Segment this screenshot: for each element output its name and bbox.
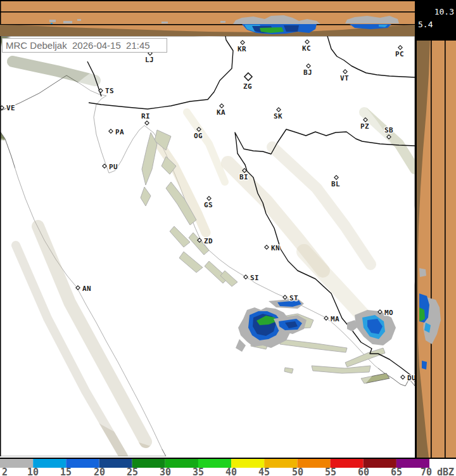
- scale-unit-label: dBZ: [437, 466, 454, 476]
- radar-application-window: 10.3 5.4: [0, 0, 456, 476]
- svg-text:45: 45: [258, 466, 270, 476]
- svg-text:60: 60: [358, 466, 369, 476]
- upper-altitude-value: 10.3: [434, 7, 454, 16]
- reflectivity-scale-bar: 2 10 15 20 25 30 35 40 45 50 55 60 65 70…: [0, 458, 456, 476]
- svg-text:ZG: ZG: [243, 82, 252, 91]
- top-cross-section-panel: [0, 0, 415, 36]
- svg-text:PZ: PZ: [360, 122, 369, 131]
- svg-text:VT: VT: [340, 74, 349, 82]
- svg-text:15: 15: [60, 466, 72, 476]
- right-range-line: [445, 41, 446, 458]
- title-bar: MRC Debeljak 2026-04-15 21:45: [2, 38, 167, 53]
- radar-map: VE TS LJ KR KC PC ZG BJ VT KA SK PZ SB R…: [0, 36, 415, 456]
- svg-text:ST: ST: [289, 294, 298, 302]
- reflectivity-scale: 2 10 15 20 25 30 35 40 45 50 55 60 65 70…: [0, 458, 456, 476]
- right-cross-section-panel: [415, 36, 456, 458]
- svg-text:BI: BI: [239, 173, 248, 181]
- radar-map-canvas: VE TS LJ KR KC PC ZG BJ VT KA SK PZ SB R…: [0, 36, 415, 456]
- svg-text:25: 25: [127, 466, 138, 476]
- svg-text:OG: OG: [194, 132, 203, 140]
- svg-text:LJ: LJ: [145, 56, 154, 64]
- svg-text:ZD: ZD: [204, 237, 213, 245]
- svg-text:10: 10: [27, 466, 39, 476]
- svg-text:MA: MA: [331, 315, 339, 323]
- svg-text:30: 30: [160, 466, 171, 476]
- svg-text:PU: PU: [109, 163, 118, 171]
- svg-text:50: 50: [292, 466, 303, 476]
- radar-range-circle: [0, 36, 415, 454]
- svg-text:70: 70: [421, 466, 432, 476]
- altitude-info-box: 10.3 5.4: [415, 0, 456, 36]
- svg-text:TS: TS: [105, 87, 114, 95]
- svg-text:RI: RI: [141, 112, 150, 120]
- top-cross-section-plot: [0, 0, 415, 36]
- svg-text:KA: KA: [217, 108, 225, 117]
- right-cross-section-plot: [415, 36, 456, 458]
- svg-text:KR: KR: [238, 45, 246, 53]
- svg-text:SK: SK: [274, 112, 282, 120]
- svg-text:20: 20: [94, 466, 105, 476]
- svg-text:KC: KC: [302, 44, 311, 53]
- svg-text:BL: BL: [331, 180, 340, 188]
- svg-text:DU: DU: [407, 374, 415, 382]
- scale-labels: 2 10 15 20 25 30 35 40 45 50 55 60 65 70…: [2, 466, 454, 476]
- svg-text:BJ: BJ: [303, 68, 312, 77]
- svg-text:SB: SB: [384, 126, 393, 134]
- svg-text:PA: PA: [115, 128, 124, 136]
- svg-text:35: 35: [193, 466, 204, 476]
- svg-text:65: 65: [391, 466, 402, 476]
- svg-text:KN: KN: [271, 244, 280, 252]
- svg-text:AN: AN: [82, 285, 91, 293]
- svg-text:40: 40: [225, 466, 237, 476]
- svg-text:SI: SI: [250, 274, 259, 282]
- svg-text:VE: VE: [6, 104, 15, 112]
- svg-text:PC: PC: [395, 50, 404, 58]
- svg-text:GS: GS: [204, 201, 213, 209]
- lower-altitude-value: 5.4: [418, 20, 433, 29]
- upper-altitude-line: [0, 11, 415, 13]
- left-range-line: [431, 41, 432, 458]
- svg-text:2: 2: [2, 466, 8, 476]
- svg-text:55: 55: [325, 466, 336, 476]
- svg-text:MO: MO: [384, 309, 393, 317]
